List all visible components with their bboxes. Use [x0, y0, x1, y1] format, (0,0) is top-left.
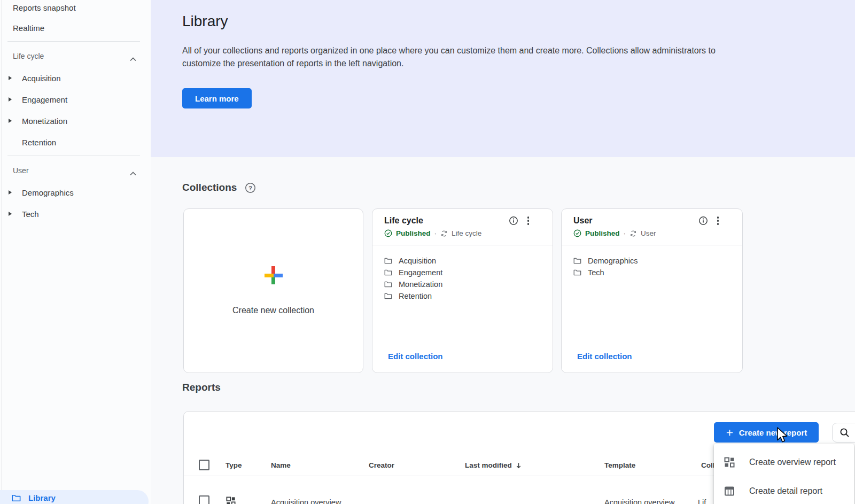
sidebar-item-reports-snapshot[interactable]: Reports snapshot [0, 1, 151, 14]
sidebar-item-label: Tech [22, 210, 39, 219]
list-item: Monetization [384, 278, 553, 290]
menu-item-label: Create detail report [749, 486, 822, 496]
report-row-name[interactable]: Acquisition overview [271, 498, 341, 504]
analytics-library-page: Reports snapshot Realtime Life cycle Acq… [0, 0, 855, 504]
list-item: Tech [573, 267, 742, 278]
help-icon[interactable]: ? [245, 182, 256, 193]
collection-card-user: User Published · User [561, 208, 743, 373]
menu-item-create-detail-report[interactable]: Create detail report [714, 477, 854, 504]
more-options-icon[interactable] [527, 216, 529, 224]
info-icon[interactable] [509, 216, 518, 226]
status-badge: Published [396, 229, 431, 237]
sidebar-item-demographics[interactable]: Demographics [0, 185, 151, 199]
sidebar-section-user[interactable]: User [0, 164, 151, 177]
library-hero-banner: Library All of your collections and repo… [151, 0, 855, 157]
column-header-template[interactable]: Template [604, 461, 635, 469]
column-header-type[interactable]: Type [226, 461, 242, 469]
list-item: Demographics [573, 255, 742, 267]
status-badge: Published [585, 229, 620, 237]
reports-heading: Reports [182, 382, 221, 393]
sidebar-item-monetization[interactable]: Monetization [0, 114, 151, 128]
expand-arrow-icon[interactable] [9, 190, 12, 195]
collections-section-header: Collections ? [182, 182, 256, 193]
menu-item-create-overview-report[interactable]: Create overview report [714, 448, 854, 477]
edit-collection-link[interactable]: Edit collection [577, 352, 632, 361]
overview-report-type-icon [226, 497, 236, 504]
search-icon [840, 428, 850, 438]
sidebar-section-label: Life cycle [13, 52, 44, 60]
learn-more-button[interactable]: Learn more [182, 88, 252, 108]
column-header-name[interactable]: Name [271, 461, 291, 469]
published-check-icon [384, 229, 392, 237]
select-all-checkbox[interactable] [199, 460, 209, 470]
collection-item-list: Acquisition Engagement Monetization Rete… [372, 245, 553, 302]
report-nav-sidebar: Reports snapshot Realtime Life cycle Acq… [0, 0, 151, 504]
sidebar-item-label: Monetization [22, 117, 67, 126]
card-header: User Published · User [562, 209, 742, 245]
sidebar-item-label: Library [28, 493, 56, 503]
info-icon[interactable] [698, 216, 708, 226]
overview-report-icon [724, 457, 735, 468]
list-item-label: Acquisition [399, 257, 436, 265]
edit-collection-link[interactable]: Edit collection [388, 352, 443, 361]
list-item: Acquisition [384, 255, 553, 267]
dot-separator: · [624, 229, 626, 237]
collection-status-row: Published · User [573, 229, 732, 237]
sidebar-item-acquisition[interactable]: Acquisition [0, 71, 151, 85]
create-collection-label: Create new collection [232, 306, 314, 315]
folder-icon [384, 281, 392, 288]
create-report-label: Create new report [739, 428, 807, 437]
create-new-collection-card[interactable]: Create new collection [183, 208, 363, 373]
card-actions [509, 216, 529, 226]
expand-arrow-icon[interactable] [9, 119, 12, 123]
collection-scope-label: Life cycle [452, 229, 481, 237]
google-plus-icon [265, 266, 283, 284]
column-header-collection[interactable]: Coll [701, 461, 715, 469]
page-title: Library [182, 13, 228, 30]
sync-icon [440, 230, 448, 237]
expand-arrow-icon[interactable] [9, 212, 12, 216]
list-item-label: Engagement [399, 268, 442, 277]
column-header-last-modified[interactable]: Last modified [465, 461, 522, 469]
folder-icon [384, 293, 392, 299]
sidebar-divider [7, 41, 140, 42]
collection-item-list: Demographics Tech [562, 245, 742, 278]
sidebar-item-label: Engagement [22, 95, 67, 104]
dot-separator: · [434, 229, 437, 237]
list-item-label: Retention [399, 292, 432, 300]
sidebar-item-engagement[interactable]: Engagement [0, 92, 151, 106]
report-row-collection: Lif [698, 498, 714, 504]
collection-card-life-cycle: Life cycle Published · Life cycle [372, 208, 553, 373]
expand-arrow-icon[interactable] [9, 76, 12, 80]
sidebar-divider [7, 156, 140, 156]
list-item: Engagement [384, 267, 553, 278]
sidebar-item-retention[interactable]: Retention [0, 135, 151, 149]
sidebar-item-label: Acquisition [22, 74, 61, 83]
column-header-label: Last modified [465, 461, 512, 469]
more-options-icon[interactable] [717, 216, 719, 224]
column-header-creator[interactable]: Creator [369, 461, 394, 469]
collection-scope-label: User [641, 229, 656, 237]
detail-report-icon [724, 486, 735, 497]
sort-descending-icon[interactable] [515, 462, 522, 469]
chevron-up-icon[interactable] [130, 168, 136, 178]
expand-arrow-icon[interactable] [9, 97, 12, 102]
row-checkbox[interactable] [199, 495, 209, 504]
sidebar-section-label: User [13, 166, 29, 175]
page-description: All of your collections and reports orga… [182, 44, 742, 70]
folder-icon [12, 494, 21, 502]
card-actions [698, 216, 719, 226]
sidebar-section-life-cycle[interactable]: Life cycle [0, 49, 151, 63]
search-reports-button[interactable] [832, 423, 855, 443]
plus-icon [726, 429, 734, 437]
folder-icon [573, 269, 581, 276]
sidebar-item-realtime[interactable]: Realtime [0, 21, 151, 35]
folder-icon [384, 258, 392, 264]
chevron-up-icon[interactable] [130, 54, 136, 64]
create-new-report-button[interactable]: Create new report [714, 422, 819, 443]
sidebar-item-tech[interactable]: Tech [0, 207, 151, 221]
collections-heading: Collections [182, 182, 237, 193]
sidebar-item-label: Retention [22, 138, 56, 147]
sidebar-item-library-active[interactable]: Library [0, 490, 149, 504]
menu-item-label: Create overview report [749, 458, 836, 467]
